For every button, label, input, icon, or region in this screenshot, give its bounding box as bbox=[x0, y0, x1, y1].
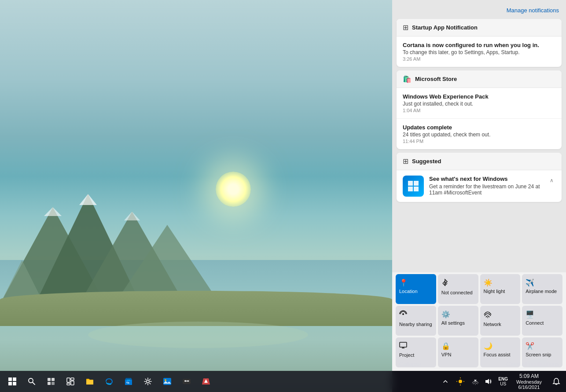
svg-rect-19 bbox=[13, 377, 16, 381]
screen-snip-quick-button[interactable]: ✂️ Screen snip bbox=[522, 337, 562, 367]
notification-button[interactable] bbox=[548, 373, 564, 390]
search-button[interactable] bbox=[23, 373, 40, 390]
vpn-label: VPN bbox=[441, 352, 452, 358]
manage-notifications-link[interactable]: Manage notifications bbox=[507, 7, 559, 14]
svg-point-47 bbox=[459, 380, 462, 383]
svg-rect-42 bbox=[185, 380, 186, 382]
svg-rect-30 bbox=[71, 381, 74, 385]
startup-notification-section: ⊞ Startup App Notification Cortana is no… bbox=[397, 19, 562, 67]
edge-button[interactable] bbox=[100, 373, 118, 390]
vpn-quick-button[interactable]: 🔒 VPN bbox=[438, 337, 478, 367]
night-light-quick-button[interactable]: ☀️ Night light bbox=[480, 274, 521, 304]
connect-quick-button[interactable]: 🖥️ Connect bbox=[522, 306, 562, 336]
svg-point-43 bbox=[188, 381, 189, 382]
clock-time: 5:09 AM bbox=[519, 373, 539, 379]
game2-button[interactable] bbox=[197, 373, 215, 390]
svg-text:🛍: 🛍 bbox=[126, 381, 129, 384]
network-quick-button[interactable]: Network bbox=[480, 306, 521, 336]
bluetooth-label: Not connected bbox=[441, 290, 473, 296]
night-light-label: Night light bbox=[484, 289, 505, 294]
network-label: Network bbox=[484, 322, 501, 327]
web-experience-notification-item[interactable]: Windows Web Experience Pack Just got ins… bbox=[397, 88, 562, 119]
weather-button[interactable] bbox=[452, 373, 468, 390]
bluetooth-quick-button[interactable]: Not connected bbox=[438, 274, 478, 304]
svg-point-36 bbox=[147, 380, 149, 383]
svg-rect-31 bbox=[67, 383, 70, 385]
settings-button[interactable] bbox=[139, 373, 157, 390]
airplane-mode-quick-button[interactable]: ✈️ Airplane mode bbox=[522, 274, 562, 304]
store-icon: 🛍 bbox=[125, 377, 132, 385]
night-light-icon: ☀️ bbox=[484, 278, 492, 287]
game2-icon bbox=[202, 377, 210, 385]
weather-icon bbox=[456, 377, 465, 386]
svg-rect-28 bbox=[67, 378, 70, 382]
store-button[interactable]: 🛍 bbox=[120, 373, 137, 390]
location-label: Location bbox=[399, 289, 418, 294]
connect-label: Connect bbox=[526, 320, 544, 326]
cortana-notification-item[interactable]: Cortana is now configured to run when yo… bbox=[397, 37, 562, 67]
nearby-sharing-quick-button[interactable]: Nearby sharing bbox=[396, 306, 436, 336]
start-button[interactable] bbox=[4, 373, 21, 390]
collapse-suggested-icon[interactable]: ∧ bbox=[548, 176, 555, 185]
svg-rect-20 bbox=[8, 382, 12, 385]
suggested-section-header: ⊞ Suggested bbox=[397, 153, 562, 170]
svg-rect-11 bbox=[414, 187, 419, 191]
airplane-mode-label: Airplane mode bbox=[526, 289, 557, 294]
svg-rect-26 bbox=[48, 382, 51, 385]
svg-point-14 bbox=[487, 317, 488, 318]
chevron-up-icon bbox=[443, 379, 448, 384]
task-view-icon bbox=[47, 377, 55, 385]
task-view-button[interactable] bbox=[42, 373, 60, 390]
photos-button[interactable] bbox=[158, 373, 176, 390]
svg-rect-34 bbox=[127, 380, 130, 381]
game1-button[interactable] bbox=[178, 373, 195, 390]
volume-icon bbox=[485, 378, 492, 385]
system-tray bbox=[439, 373, 495, 390]
ground bbox=[0, 291, 392, 326]
all-settings-quick-button[interactable]: ⚙️ All settings bbox=[438, 306, 478, 336]
show-hidden-icons-button[interactable] bbox=[439, 373, 452, 390]
file-explorer-button[interactable] bbox=[81, 373, 99, 390]
search-icon bbox=[28, 377, 36, 385]
widgets-button[interactable] bbox=[62, 373, 79, 390]
updates-complete-body: 24 titles got updated, check them out. bbox=[403, 132, 555, 138]
cortana-notif-body: To change this later, go to Settings, Ap… bbox=[403, 49, 555, 55]
network-tray-icon[interactable] bbox=[469, 373, 481, 390]
suggested-body: Get a reminder for the livestream on Jun… bbox=[429, 183, 543, 196]
photos-icon bbox=[163, 377, 172, 385]
web-experience-time: 1:04 AM bbox=[403, 108, 555, 113]
windows-next-suggested-item[interactable]: See what's next for Windows Get a remind… bbox=[397, 170, 562, 202]
svg-rect-10 bbox=[408, 187, 413, 191]
screen-snip-icon: ✂️ bbox=[526, 342, 534, 350]
nearby-sharing-label: Nearby sharing bbox=[399, 322, 432, 327]
language-indicator[interactable]: ENG US bbox=[496, 373, 510, 390]
updates-complete-notification-item[interactable]: Updates complete 24 titles got updated, … bbox=[397, 119, 562, 149]
svg-rect-32 bbox=[86, 380, 93, 385]
svg-marker-5 bbox=[44, 207, 62, 216]
project-quick-button[interactable]: Project bbox=[396, 337, 436, 367]
notif-header: Manage notifications bbox=[392, 0, 566, 17]
clock-area[interactable]: 5:09 AM Wednesday 6/16/2021 bbox=[511, 373, 547, 390]
location-quick-button[interactable]: 📍 Location bbox=[396, 274, 436, 304]
quick-actions-panel: 📍 Location Not connected ☀️ Night light … bbox=[392, 272, 566, 371]
store-section-title: Microsoft Store bbox=[415, 76, 457, 82]
svg-rect-8 bbox=[408, 181, 413, 186]
svg-point-52 bbox=[475, 384, 476, 385]
cortana-notif-title: Cortana is now configured to run when yo… bbox=[403, 42, 555, 48]
desktop-wallpaper bbox=[0, 0, 392, 392]
focus-assist-quick-button[interactable]: 🌙 Focus assist bbox=[480, 337, 521, 367]
all-settings-label: All settings bbox=[441, 320, 465, 326]
store-section-header: 🛍️ Microsoft Store bbox=[397, 70, 562, 88]
taskbar: 🛍 bbox=[0, 371, 566, 392]
updates-complete-title: Updates complete bbox=[403, 124, 555, 131]
network-icon bbox=[484, 310, 492, 320]
mountain-svg bbox=[0, 172, 392, 304]
bluetooth-icon bbox=[441, 278, 448, 288]
web-experience-body: Just got installed, check it out. bbox=[403, 101, 555, 107]
svg-point-13 bbox=[402, 313, 404, 315]
focus-assist-icon: 🌙 bbox=[484, 342, 492, 350]
volume-button[interactable] bbox=[482, 373, 495, 390]
edge-icon bbox=[105, 377, 114, 386]
location-icon: 📍 bbox=[399, 278, 408, 287]
startup-section-header: ⊞ Startup App Notification bbox=[397, 19, 562, 37]
